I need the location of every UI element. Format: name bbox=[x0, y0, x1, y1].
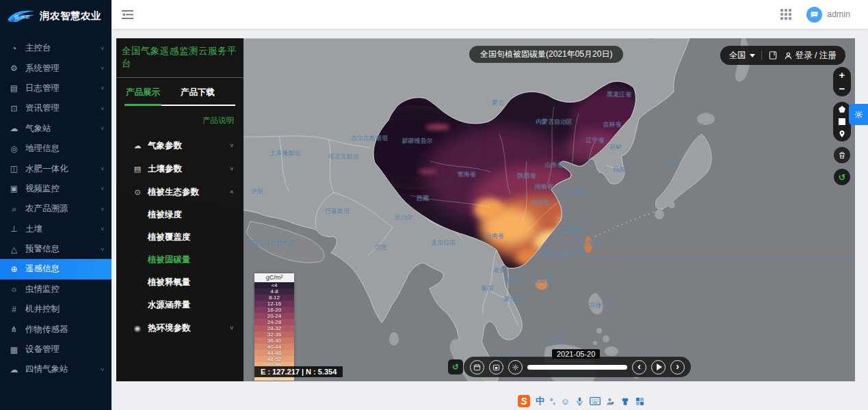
well-icon: # bbox=[9, 305, 19, 314]
sidebar-item-trace[interactable]: ⌕农产品溯源∨ bbox=[0, 199, 111, 219]
logo-swoosh-icon: 德润农 bbox=[5, 6, 37, 25]
map-place-label: 土库曼斯坦 bbox=[270, 149, 301, 158]
system-settings-icon: ⚙ bbox=[9, 64, 19, 73]
emoji-icon[interactable]: ☺ bbox=[560, 396, 569, 407]
region-selector[interactable]: 全国 bbox=[729, 50, 755, 62]
map-place-label: 辽宁省 bbox=[586, 136, 605, 145]
login-register[interactable]: 登录 / 注册 bbox=[784, 50, 837, 62]
sidebar-item-weather-station[interactable]: ☁气象站∨ bbox=[0, 119, 111, 139]
soil-params-icon: ▤ bbox=[133, 165, 142, 174]
tree-subitem-carbon[interactable]: 植被固碳量 bbox=[116, 249, 244, 271]
sidebar-item-geo-info[interactable]: ◎地理信息 bbox=[0, 139, 111, 159]
calendar-button[interactable] bbox=[470, 360, 484, 374]
tree-item-label: 气象参数 bbox=[148, 140, 229, 152]
sidebar-item-logs[interactable]: ▤日志管理∨ bbox=[0, 79, 111, 98]
zoom-in-button[interactable]: + bbox=[839, 70, 845, 79]
tree-item-thermal-params[interactable]: ◉热环境参数∨ bbox=[116, 316, 244, 340]
sogou-logo-icon[interactable]: S bbox=[518, 395, 530, 407]
chevron-left-icon: ‹ bbox=[637, 361, 641, 371]
chevron-down-icon: ∨ bbox=[100, 106, 105, 111]
map-viewport[interactable]: 蒙古黑龙江省内蒙古自治区吉林省辽宁省朝鲜韩国日本新疆维吾尔吉尔吉斯斯坦塔吉克斯坦… bbox=[116, 38, 855, 381]
journal-icon[interactable] bbox=[768, 51, 778, 60]
sidebar-item-dashboard[interactable]: ◔主控台∨ bbox=[0, 38, 111, 58]
settings-flap-button[interactable] bbox=[849, 104, 868, 125]
sidebar-item-label: 资讯管理 bbox=[25, 102, 100, 114]
sidebar-item-pest[interactable]: ☼虫情监控 bbox=[0, 279, 111, 299]
play-icon bbox=[657, 364, 662, 370]
tab-product-download[interactable]: 产品下载 bbox=[179, 87, 216, 105]
map-place-label: 柬埔寨 bbox=[504, 295, 523, 304]
play-button[interactable] bbox=[651, 360, 666, 374]
sidebar-item-news[interactable]: ⊡资讯管理∨ bbox=[0, 98, 111, 118]
skin-icon[interactable] bbox=[620, 397, 630, 406]
app-title: 润农智慧农业 bbox=[40, 10, 101, 23]
sidebar-item-system[interactable]: ⚙系统管理∨ bbox=[0, 58, 111, 78]
keyboard-icon[interactable] bbox=[590, 397, 601, 405]
sidebar-item-alert[interactable]: △预警信息∨ bbox=[0, 239, 111, 259]
timeline-history-button[interactable]: ↺ bbox=[448, 359, 463, 374]
calendar-range-button[interactable] bbox=[489, 360, 503, 374]
log-file-icon: ▤ bbox=[9, 83, 19, 93]
tab-product-display[interactable]: 产品展示 bbox=[124, 87, 161, 106]
sidebar: 德润农 润农智慧农业 ◔主控台∨⚙系统管理∨▤日志管理∨⊡资讯管理∨☁气象站∨◎… bbox=[0, 0, 111, 410]
tree-item-weather-params[interactable]: ☁气象参数∨ bbox=[116, 134, 244, 157]
legend-row: 8-12 bbox=[254, 295, 294, 301]
draw-polygon-button[interactable] bbox=[838, 105, 846, 113]
history-button[interactable]: ↺ bbox=[834, 169, 850, 185]
tree-subitem-water-conservation[interactable]: 水源涵养量 bbox=[116, 294, 244, 316]
tree-subitem-greenness[interactable]: 植被绿度 bbox=[116, 204, 244, 226]
tree-item-soil-params[interactable]: ▤土壤参数∨ bbox=[116, 157, 244, 180]
admin-username[interactable]: admin bbox=[827, 10, 850, 19]
product-description-link[interactable]: 产品说明 bbox=[116, 115, 234, 126]
sidebar-item-crop-sensor[interactable]: ⋔作物传感器 bbox=[0, 319, 111, 339]
sidebar-item-label: 土壤 bbox=[25, 223, 100, 235]
avatar[interactable] bbox=[806, 7, 822, 23]
legend-row: 12-16 bbox=[254, 301, 294, 307]
draw-rectangle-button[interactable] bbox=[839, 118, 845, 125]
tree-subitem-oxygen[interactable]: 植被释氧量 bbox=[116, 271, 244, 294]
search-icon: ⌕ bbox=[9, 204, 19, 214]
map-place-label: 越南 bbox=[505, 276, 518, 285]
punctuation-icon[interactable]: °, bbox=[550, 397, 555, 405]
chinese-mode-icon[interactable]: 中 bbox=[536, 395, 544, 407]
sidebar-item-device[interactable]: ▦设备管理 bbox=[0, 340, 111, 359]
sidebar-item-water-fert[interactable]: ◫水肥一体化∨ bbox=[0, 159, 111, 178]
zoom-pill: + − bbox=[833, 67, 851, 96]
sidebar-item-well[interactable]: #机井控制 bbox=[0, 299, 111, 319]
delete-button[interactable] bbox=[834, 147, 850, 163]
sidebar-item-remote-sensing[interactable]: ⊕遥感信息 bbox=[0, 259, 111, 279]
user-settings-icon[interactable] bbox=[606, 397, 615, 406]
apps-grid-icon[interactable] bbox=[780, 9, 791, 20]
cloud-icon: ☁ bbox=[9, 365, 19, 374]
timeline-settings-button[interactable] bbox=[508, 360, 523, 374]
map-legend: gC/m² <44-88-1212-1616-2020-2424-2828-32… bbox=[254, 273, 294, 381]
map-overlay-title: 全国旬植被固碳量(2021年05月20日) bbox=[469, 46, 623, 63]
map-place-label: 湖北省 bbox=[531, 198, 550, 207]
collapse-menu-icon[interactable] bbox=[122, 10, 133, 19]
timeline-slider[interactable] bbox=[527, 365, 627, 370]
map-place-label: 蒙古 bbox=[492, 98, 504, 107]
zoom-out-button[interactable]: − bbox=[839, 84, 845, 93]
map-place-label: 陕西省 bbox=[518, 172, 536, 180]
next-button[interactable]: › bbox=[670, 360, 685, 374]
weather-params-icon: ☁ bbox=[133, 141, 142, 150]
toolbox-icon[interactable] bbox=[635, 397, 644, 406]
chevron-down-icon: ∨ bbox=[100, 367, 105, 372]
tree-item-label: 土壤参数 bbox=[148, 163, 229, 175]
map-place-label: 文莱 bbox=[550, 336, 562, 345]
tree-subitem-coverage[interactable]: 植被覆盖度 bbox=[116, 226, 244, 249]
history-icon: ↺ bbox=[839, 172, 846, 182]
microphone-icon[interactable] bbox=[575, 396, 584, 406]
boundary-line bbox=[588, 252, 855, 253]
product-panel: 全国气象遥感监测云服务平台 产品展示 产品下载 产品说明 ☁气象参数∨▤土壤参数… bbox=[116, 38, 244, 381]
legend-row: 48-52 bbox=[254, 356, 294, 362]
tree-item-vegetation-params[interactable]: ⊙植被生态参数∧ bbox=[116, 180, 244, 204]
sidebar-item-four-station[interactable]: ☁四情气象站∨ bbox=[0, 359, 111, 379]
chevron-down-icon: ∨ bbox=[100, 186, 105, 191]
map-place-label: 台湾省 bbox=[581, 239, 599, 248]
sidebar-item-soil[interactable]: ⊥土壤∨ bbox=[0, 219, 111, 239]
map-place-label: 吉尔吉斯斯坦 bbox=[351, 134, 388, 143]
previous-button[interactable]: ‹ bbox=[632, 360, 646, 374]
marker-button[interactable] bbox=[838, 130, 846, 138]
sidebar-item-video[interactable]: ▣视频监控∨ bbox=[0, 179, 111, 199]
